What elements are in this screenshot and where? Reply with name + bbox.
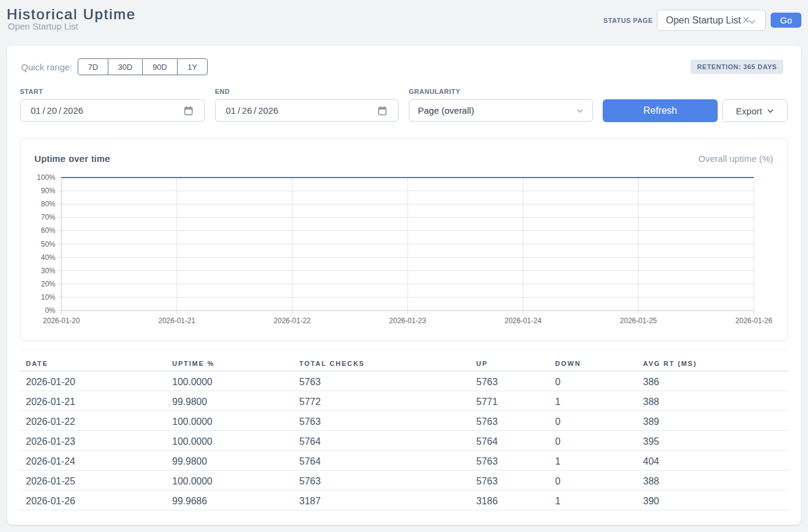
svg-text:2026-01-24: 2026-01-24 — [505, 317, 542, 325]
svg-text:2026-01-25: 2026-01-25 — [620, 317, 657, 325]
svg-text:20%: 20% — [41, 280, 55, 288]
svg-text:100%: 100% — [37, 173, 55, 182]
svg-text:2026-01-23: 2026-01-23 — [389, 317, 426, 325]
svg-text:90%: 90% — [41, 187, 55, 195]
svg-text:2026-01-21: 2026-01-21 — [158, 317, 196, 325]
svg-text:50%: 50% — [41, 240, 55, 249]
svg-text:70%: 70% — [41, 213, 55, 221]
svg-text:0%: 0% — [45, 306, 56, 315]
svg-text:2026-01-20: 2026-01-20 — [43, 317, 80, 325]
svg-text:10%: 10% — [41, 293, 55, 302]
svg-text:60%: 60% — [41, 226, 55, 235]
svg-text:2026-01-22: 2026-01-22 — [274, 317, 311, 325]
svg-text:80%: 80% — [41, 200, 55, 208]
svg-text:30%: 30% — [41, 267, 55, 275]
svg-text:40%: 40% — [41, 253, 55, 262]
svg-text:2026-01-26: 2026-01-26 — [735, 317, 772, 325]
